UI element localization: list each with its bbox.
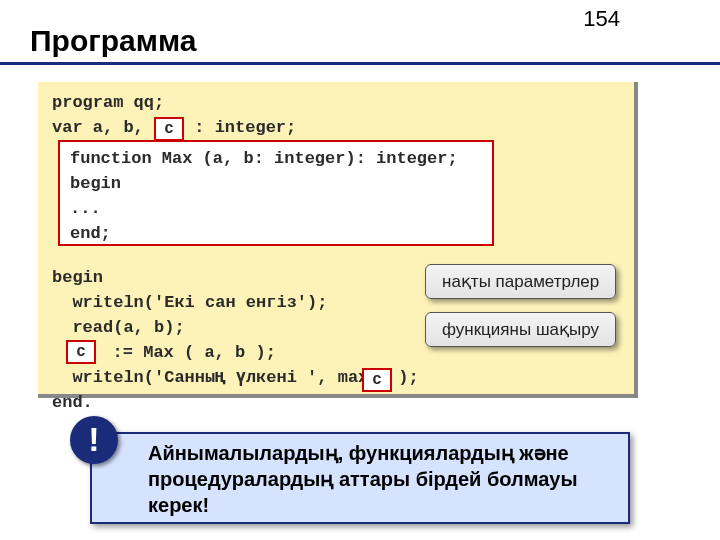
code-line: writeln('Санның үлкені ', max xyxy=(52,368,368,387)
c-marker: c xyxy=(66,340,96,364)
callout-call: функцияны шақыру xyxy=(425,312,616,347)
code-line: read(a, b); xyxy=(52,318,185,337)
title-underline xyxy=(0,62,720,65)
c-marker: c xyxy=(362,368,392,392)
c-marker: c xyxy=(154,117,184,141)
code-line: ); xyxy=(398,368,418,387)
code-line: writeln('Екі сан енгіз'); xyxy=(52,293,327,312)
function-box: function Max (a, b: integer): integer; b… xyxy=(58,140,494,246)
func-line: begin xyxy=(70,174,121,193)
code-line: program qq; xyxy=(52,93,164,112)
func-line: function Max (a, b: integer): integer; xyxy=(70,149,458,168)
page-title: Программа xyxy=(30,24,196,58)
func-line: ... xyxy=(70,199,101,218)
callout-params: нақты параметрлер xyxy=(425,264,616,299)
code-line: begin xyxy=(52,268,103,287)
code-line: : integer; xyxy=(184,118,296,137)
code-line: var a, b, xyxy=(52,118,154,137)
code-line: end. xyxy=(52,393,93,412)
code-line: := Max ( a, b ); xyxy=(102,343,275,362)
warning-box: Айнымалылардың, функциялардың және проце… xyxy=(90,432,630,524)
warning-icon: ! xyxy=(70,416,118,464)
func-line: end; xyxy=(70,224,111,243)
warning-text: Айнымалылардың, функциялардың және проце… xyxy=(148,442,578,516)
page-number: 154 xyxy=(583,6,620,32)
